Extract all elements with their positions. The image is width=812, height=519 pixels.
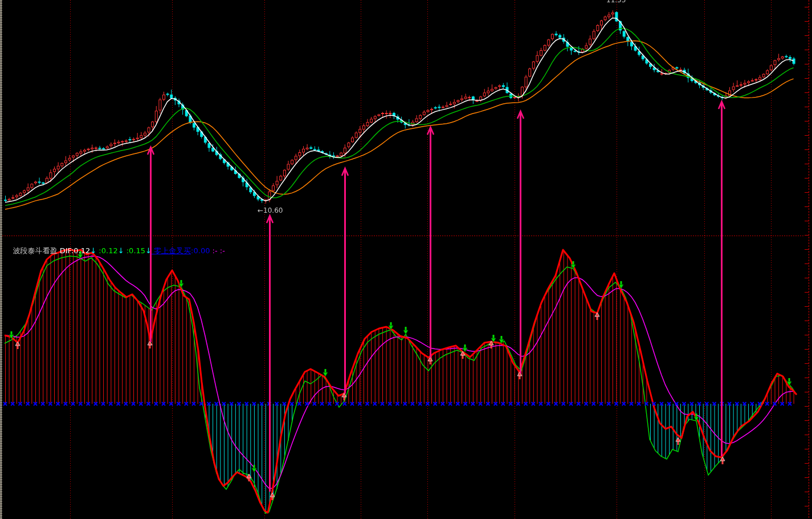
stock-chart-window: 波段泰斗看盈 DIF:0.12↓ :0.12↓ :0.15↓ 零上金叉买:0.0… [0,0,812,519]
indicator-header[interactable]: 波段泰斗看盈 DIF:0.12↓ :0.12↓ :0.15↓ 零上金叉买:0.0… [3,237,225,246]
high-price-label: 11.55 [606,0,626,4]
third-value: :0.15 [124,246,145,255]
signal-label: 零上金叉买 [152,246,191,255]
signal-value: :0.00 [191,246,210,255]
down-arrow-icon: ↓ [118,246,124,255]
signal-extra: :- :- [210,246,225,255]
window-edge-strip [0,0,2,519]
down-arrow-icon: ↓ [145,246,152,255]
indicator-title: 波段泰斗看盈 [13,246,58,255]
dif-value: DIF:0.12 [58,246,91,255]
down-arrow-icon: ↓ [90,246,96,255]
low-price-label: ←10.60 [258,206,283,214]
kline-oscillator-canvas[interactable] [0,0,812,519]
dea-value: :0.12 [96,246,117,255]
